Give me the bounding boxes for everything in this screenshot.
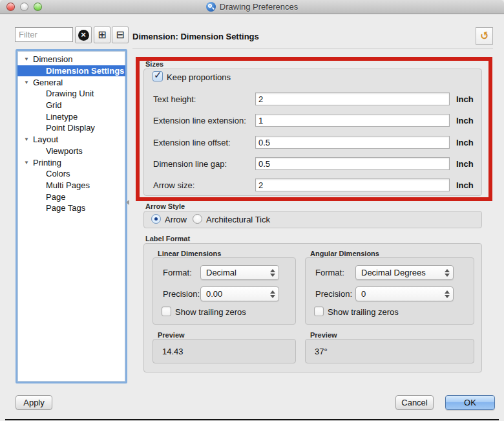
sidebar-item-point-display[interactable]: Point Display	[17, 122, 125, 134]
zoom-window-button[interactable]	[34, 3, 42, 11]
linear-format-value: Decimal	[201, 268, 268, 277]
tree-label: Page	[46, 192, 65, 202]
keep-proportions-label: Keep proportions	[167, 72, 231, 82]
disclosure-triangle-icon[interactable]: ▼	[22, 56, 31, 62]
tree-label: Grid	[46, 100, 62, 110]
ext-line-offset-label: Extension line offset:	[153, 138, 231, 147]
linear-trailing-zeros-checkbox[interactable]	[162, 307, 171, 316]
sidebar-item-colors[interactable]: Colors	[17, 168, 125, 180]
sidebar-item-printing[interactable]: ▼ Printing	[17, 157, 125, 168]
tree-label: Drawing Unit	[46, 89, 94, 98]
linear-preview-box: 14.43	[152, 339, 296, 363]
linear-precision-value: 0.00	[201, 289, 268, 299]
expand-all-button[interactable]: ⊞	[94, 27, 110, 43]
sidebar-item-page[interactable]: Page	[17, 191, 125, 202]
sidebar-item-general[interactable]: ▼ General	[17, 76, 125, 88]
angular-format-dropdown[interactable]: Decimal Degrees	[355, 265, 454, 280]
ext-line-extension-unit: Inch	[456, 116, 474, 125]
minimize-window-button[interactable]	[20, 3, 28, 11]
splitter-handle[interactable]	[126, 200, 129, 205]
ext-line-offset-unit: Inch	[456, 138, 474, 147]
header-separator	[132, 49, 493, 49]
angular-precision-value: 0	[356, 289, 442, 299]
window-title: Drawing Preferences	[220, 2, 298, 12]
angular-format-value: Decimal Degrees	[356, 268, 442, 277]
window-bottom-edge	[5, 419, 499, 420]
tree-label: Layout	[33, 135, 58, 144]
sidebar-item-page-tags[interactable]: Page Tags	[17, 202, 125, 214]
angular-trailing-zeros-checkbox[interactable]	[314, 307, 324, 316]
window-title-area: Drawing Preferences	[206, 2, 298, 12]
linear-precision-dropdown[interactable]: 0.00	[200, 286, 279, 301]
apply-button[interactable]: Apply	[16, 395, 52, 410]
tree-label: Linetype	[46, 112, 78, 122]
label-format-group-label: Label Format	[145, 235, 190, 243]
text-height-input[interactable]	[255, 92, 450, 105]
stepper-arrows-icon	[268, 290, 278, 298]
collapse-all-icon: ⊟	[116, 30, 124, 40]
expand-all-icon: ⊞	[98, 30, 106, 40]
sidebar-item-drawing-unit[interactable]: Drawing Unit	[17, 88, 125, 100]
angular-preview-box: 37°	[305, 339, 474, 363]
tree-label: Dimension	[33, 54, 72, 64]
arrow-radio-label: Arrow	[165, 215, 187, 224]
ext-line-extension-input[interactable]	[255, 114, 450, 127]
linear-preview-value: 14.43	[162, 347, 184, 356]
tree-label: Colors	[46, 169, 70, 178]
angular-trailing-zeros-label: Show trailing zeros	[328, 307, 399, 317]
angular-preview-label: Preview	[310, 331, 337, 339]
angular-dimensions-group-label: Angular Dimensions	[310, 250, 379, 257]
ok-button[interactable]: OK	[445, 395, 495, 410]
linear-precision-label: Precision:	[163, 289, 200, 299]
architectural-tick-radio-label: Architectural Tick	[206, 215, 270, 224]
sidebar-item-viewports[interactable]: Viewports	[17, 146, 125, 157]
arrow-style-group-label: Arrow Style	[145, 202, 185, 210]
filter-input[interactable]	[15, 27, 73, 42]
ext-line-extension-label: Extension line extension:	[153, 116, 246, 125]
linear-trailing-zeros-label: Show trailing zeros	[175, 307, 246, 317]
collapse-all-button[interactable]: ⊟	[112, 27, 129, 43]
disclosure-triangle-icon[interactable]: ▼	[22, 160, 31, 166]
tree-label: General	[33, 78, 63, 87]
keep-proportions-checkbox[interactable]: ✓	[152, 71, 163, 81]
tree-label: Dimension Settings	[46, 66, 124, 76]
tree-label: Point Display	[46, 123, 95, 133]
disclosure-triangle-icon[interactable]: ▼	[22, 80, 31, 85]
sidebar-item-dimension-settings[interactable]: Dimension Settings	[17, 65, 125, 77]
arrow-size-unit: Inch	[456, 180, 474, 190]
app-icon	[206, 2, 216, 12]
disclosure-triangle-icon[interactable]: ▼	[22, 136, 31, 142]
arrow-size-input[interactable]	[255, 178, 450, 191]
clear-filter-icon: ×	[78, 30, 89, 41]
sidebar-item-dimension[interactable]: ▼ Dimension	[17, 54, 125, 65]
angular-format-label: Format:	[315, 268, 344, 277]
angular-precision-dropdown[interactable]: 0	[355, 286, 454, 301]
undo-arrow-icon: ↺	[479, 29, 490, 43]
sidebar-item-grid[interactable]: Grid	[17, 100, 125, 111]
stepper-arrows-icon	[442, 269, 453, 277]
angular-precision-label: Precision:	[315, 289, 352, 299]
revert-button[interactable]: ↺	[476, 27, 493, 45]
title-bar: Drawing Preferences	[0, 0, 504, 14]
sidebar-item-multi-pages[interactable]: Multi Pages	[17, 180, 125, 191]
sidebar-item-linetype[interactable]: Linetype	[17, 111, 125, 122]
sizes-groupbox	[143, 69, 482, 196]
sizes-group-label: Sizes	[145, 60, 163, 68]
ext-line-offset-input[interactable]	[255, 136, 450, 149]
linear-preview-label: Preview	[158, 331, 185, 339]
stepper-arrows-icon	[442, 290, 453, 298]
close-window-button[interactable]	[6, 3, 15, 11]
traffic-lights	[6, 3, 42, 11]
clear-filter-button[interactable]: ×	[75, 27, 92, 43]
tree-label: Viewports	[46, 146, 83, 156]
sidebar-item-layout[interactable]: ▼ Layout	[17, 134, 125, 146]
text-height-label: Text height:	[153, 94, 196, 104]
arrow-radio[interactable]	[151, 214, 161, 224]
preferences-tree: ▼ Dimension Dimension Settings ▼ General…	[16, 49, 127, 383]
dim-line-gap-input[interactable]	[255, 157, 450, 170]
cancel-button[interactable]: Cancel	[395, 395, 434, 410]
architectural-tick-radio[interactable]	[193, 214, 202, 224]
linear-format-dropdown[interactable]: Decimal	[200, 265, 279, 280]
dim-line-gap-unit: Inch	[456, 159, 474, 169]
text-height-unit: Inch	[456, 94, 474, 104]
